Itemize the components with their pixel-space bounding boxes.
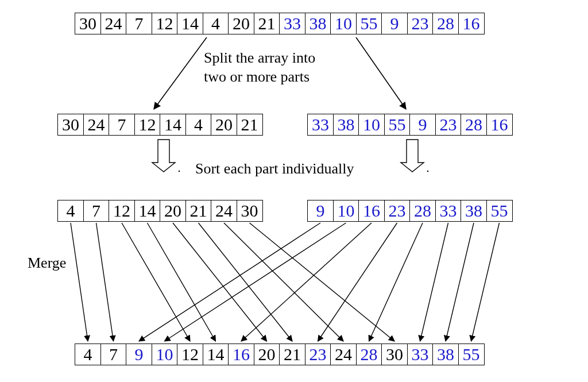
svg-line-13: [165, 223, 346, 341]
array-cell: 28: [356, 344, 382, 365]
array-cell: 24: [211, 200, 237, 222]
array-cell: 30: [381, 344, 408, 365]
array-cell: 28: [461, 114, 487, 136]
array-cell: 30: [237, 200, 263, 222]
svg-line-8: [173, 223, 267, 341]
array-cell: 7: [126, 13, 152, 34]
array-cell: 30: [75, 13, 101, 34]
array-cell: 33: [435, 200, 462, 222]
array-cell: 55: [458, 344, 485, 365]
array-cell: 9: [409, 114, 436, 136]
array-cell: 21: [279, 344, 305, 365]
array-cell: 4: [57, 200, 84, 222]
array-cell: 33: [279, 13, 305, 34]
array-cell: 20: [254, 344, 280, 365]
array-cell: 7: [100, 344, 127, 365]
svg-line-1: [356, 37, 406, 109]
array-cell: 24: [100, 13, 127, 34]
array-cell: 23: [305, 344, 331, 365]
array-cell: 14: [134, 200, 161, 222]
caption-sort: Sort each part individually: [195, 160, 354, 179]
array-cell: 55: [384, 114, 411, 136]
svg-point-2: [179, 171, 180, 172]
array-cell: 20: [211, 114, 237, 136]
array-cell: 38: [461, 200, 487, 222]
svg-line-0: [154, 37, 207, 109]
svg-line-11: [250, 223, 395, 341]
array-merged: 4 7 910121416202123242830333855: [75, 344, 485, 365]
svg-line-7: [148, 223, 216, 341]
svg-line-4: [71, 223, 88, 341]
svg-line-19: [471, 223, 500, 341]
array-top: 3024 71214 4202133381055 9232816: [75, 13, 485, 34]
array-sorted-left: 4 7121420212430: [57, 200, 263, 222]
array-cell: 7: [109, 114, 135, 136]
svg-point-3: [427, 171, 429, 172]
array-cell: 21: [237, 114, 263, 136]
array-cell: 24: [330, 344, 357, 365]
array-cell: 38: [432, 344, 459, 365]
svg-line-9: [199, 223, 293, 341]
array-cell: 21: [185, 200, 212, 222]
svg-line-14: [241, 223, 372, 341]
array-cell: 10: [333, 200, 359, 222]
array-cell: 20: [160, 200, 186, 222]
array-cell: 38: [305, 13, 331, 34]
array-cell: 28: [409, 200, 436, 222]
array-cell: 12: [109, 200, 135, 222]
array-cell: 24: [83, 114, 110, 136]
array-split-left: 3024 71214 42021: [57, 114, 263, 136]
array-cell: 33: [407, 344, 434, 365]
array-cell: 23: [407, 13, 434, 34]
array-cell: 33: [307, 114, 334, 136]
svg-line-6: [122, 223, 190, 341]
array-cell: 12: [177, 344, 203, 365]
svg-line-10: [224, 223, 343, 341]
array-cell: 23: [384, 200, 411, 222]
svg-line-15: [318, 223, 397, 341]
array-sorted-right: 910162328333855: [307, 200, 513, 222]
svg-line-5: [96, 223, 114, 341]
array-cell: 10: [330, 13, 357, 34]
array-cell: 9: [307, 200, 334, 222]
array-cell: 23: [435, 114, 462, 136]
array-cell: 7: [83, 200, 110, 222]
array-cell: 14: [203, 344, 229, 365]
svg-line-12: [139, 223, 320, 341]
array-cell: 16: [486, 114, 513, 136]
svg-line-17: [420, 223, 448, 341]
array-cell: 55: [486, 200, 513, 222]
array-cell: 38: [333, 114, 359, 136]
array-cell: 10: [358, 114, 385, 136]
svg-line-16: [369, 223, 423, 341]
array-cell: 55: [356, 13, 382, 34]
array-cell: 9: [126, 344, 152, 365]
array-cell: 4: [75, 344, 101, 365]
array-cell: 4: [203, 13, 229, 34]
array-cell: 12: [152, 13, 178, 34]
array-cell: 30: [57, 114, 84, 136]
array-split-right: 33381055 9232816: [307, 114, 513, 136]
array-cell: 9: [381, 13, 408, 34]
caption-split: Split the array into two or more parts: [204, 49, 315, 86]
array-cell: 16: [228, 344, 254, 365]
svg-line-18: [446, 223, 474, 341]
caption-merge: Merge: [28, 254, 66, 273]
array-cell: 20: [228, 13, 254, 34]
array-cell: 16: [458, 13, 485, 34]
array-cell: 21: [254, 13, 280, 34]
array-cell: 16: [358, 200, 385, 222]
array-cell: 14: [177, 13, 203, 34]
array-cell: 12: [134, 114, 161, 136]
array-cell: 14: [160, 114, 186, 136]
array-cell: 28: [432, 13, 459, 34]
array-cell: 10: [152, 344, 178, 365]
array-cell: 4: [185, 114, 212, 136]
